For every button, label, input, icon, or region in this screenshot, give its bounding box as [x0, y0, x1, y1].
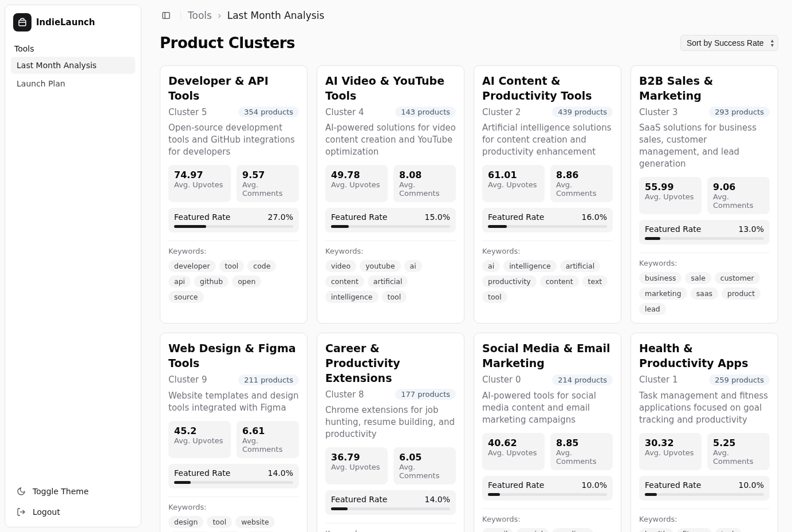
cluster-subheader: Cluster 4143 products	[325, 107, 456, 117]
metrics-row: 40.62Avg. Upvotes8.85Avg. Comments	[482, 433, 613, 470]
cluster-card[interactable]: Career & Productivity ExtensionsCluster …	[317, 333, 464, 532]
cluster-title: Health & Productivity Apps	[639, 341, 770, 371]
metric-label: Avg. Comments	[713, 192, 764, 210]
sidebar-item[interactable]: Last Month Analysis	[11, 57, 135, 74]
cluster-description: AI-powered solutions for video content c…	[325, 122, 456, 158]
keyword-tag[interactable]: source	[168, 291, 204, 303]
keyword-tag[interactable]: business	[639, 272, 681, 284]
cluster-title: Developer & API Tools	[168, 74, 299, 103]
keyword-tag[interactable]: intelligence	[325, 291, 379, 303]
products-badge: 259 products	[709, 375, 770, 385]
metric-value: 9.06	[713, 182, 764, 192]
keyword-tag[interactable]: artificial	[560, 260, 601, 272]
keyword-tag[interactable]: content	[540, 275, 579, 287]
cluster-card[interactable]: AI Content & Productivity ToolsCluster 2…	[474, 65, 621, 324]
metric-value: 8.86	[556, 170, 607, 180]
metric-value: 6.05	[399, 452, 450, 463]
keyword-tag[interactable]: intelligence	[503, 260, 557, 272]
metric-label: Avg. Comments	[399, 180, 450, 198]
keyword-tag[interactable]: code	[247, 260, 276, 272]
svg-rect-1	[163, 13, 170, 19]
cluster-card[interactable]: Developer & API ToolsCluster 5354 produc…	[160, 65, 308, 324]
keyword-tag[interactable]: ai	[482, 260, 500, 272]
progress-track	[488, 225, 607, 228]
keyword-tag[interactable]: health	[639, 528, 673, 532]
metric-avg-upvotes: 55.99Avg. Upvotes	[639, 177, 702, 214]
cluster-subheader: Cluster 2439 products	[482, 107, 613, 117]
keyword-tag[interactable]: productivity	[482, 275, 537, 287]
cluster-card[interactable]: Social Media & Email MarketingCluster 02…	[474, 333, 621, 532]
keyword-tag[interactable]: text	[582, 275, 608, 287]
collapse-sidebar-button[interactable]	[159, 8, 174, 23]
keywords-list: designtoolwebsitetemplatewebfigmadesigne…	[168, 516, 299, 532]
keywords-list: healthfitnesstaskmanagementappproductivi…	[639, 528, 770, 532]
cluster-card[interactable]: Health & Productivity AppsCluster 1259 p…	[631, 333, 778, 532]
keyword-tag[interactable]: email	[482, 528, 513, 532]
keyword-tag[interactable]: youtube	[360, 260, 400, 272]
keyword-tag[interactable]: design	[168, 516, 203, 528]
metric-label: Avg. Upvotes	[488, 180, 539, 189]
keyword-tag[interactable]: video	[325, 260, 356, 272]
keyword-tag[interactable]: open	[232, 275, 261, 287]
metric-avg-comments: 9.06Avg. Comments	[707, 177, 770, 214]
products-badge: 143 products	[395, 107, 456, 117]
keyword-tag[interactable]: ai	[404, 260, 422, 272]
keyword-tag[interactable]: social	[517, 528, 549, 532]
progress-track	[331, 507, 450, 510]
keywords-list: videoyoutubeaicontentartificialintellige…	[325, 260, 456, 303]
keyword-tag[interactable]: content	[325, 275, 364, 287]
keyword-tag[interactable]: product	[722, 287, 761, 300]
cluster-card[interactable]: B2B Sales & MarketingCluster 3293 produc…	[631, 65, 778, 324]
featured-rate-box: Featured Rate15.0%	[325, 208, 456, 232]
progress-fill	[174, 225, 206, 228]
keyword-tag[interactable]: developer	[168, 260, 216, 272]
moon-icon	[17, 487, 26, 496]
keyword-tag[interactable]: customer	[715, 272, 760, 284]
featured-rate-value: 10.0%	[739, 480, 764, 490]
keywords-list: businesssalecustomermarketingsaasproduct…	[639, 272, 770, 315]
metric-avg-upvotes: 45.2Avg. Upvotes	[168, 421, 231, 458]
cluster-id: Cluster 9	[168, 375, 207, 385]
keyword-tag[interactable]: tool	[207, 516, 232, 528]
keywords-label: Keywords:	[639, 259, 770, 267]
cluster-description: Open-source development tools and GitHub…	[168, 122, 299, 158]
keyword-tag[interactable]: tool	[482, 291, 507, 303]
metric-label: Avg. Upvotes	[645, 192, 696, 201]
divider	[639, 509, 770, 509]
metric-label: Avg. Comments	[556, 180, 607, 198]
keyword-tag[interactable]: medium	[552, 528, 593, 532]
keyword-tag[interactable]: marketing	[639, 287, 687, 300]
keywords-label: Keywords:	[325, 247, 456, 255]
logout-button[interactable]: Logout	[11, 503, 135, 521]
keyword-tag[interactable]: saas	[691, 287, 718, 300]
metric-avg-upvotes: 36.79Avg. Upvotes	[325, 447, 388, 484]
sidebar-item[interactable]: Launch Plan	[11, 75, 135, 92]
metric-avg-upvotes: 40.62Avg. Upvotes	[482, 433, 545, 470]
toggle-theme-button[interactable]: Toggle Theme	[11, 482, 135, 501]
brand-logo-icon	[13, 13, 31, 31]
metric-avg-comments: 8.08Avg. Comments	[393, 165, 456, 202]
keywords-list: aiintelligenceartificialproductivitycont…	[482, 260, 613, 303]
keyword-tag[interactable]: tool	[219, 260, 245, 272]
sort-control[interactable]: Sort by Success Rate ▴▾	[680, 35, 778, 51]
metric-value: 36.79	[331, 452, 382, 463]
keyword-tag[interactable]: task	[715, 528, 742, 532]
keyword-tag[interactable]: artificial	[368, 275, 408, 287]
keyword-tag[interactable]: github	[194, 275, 228, 287]
featured-rate-box: Featured Rate14.0%	[325, 490, 456, 515]
metric-avg-comments: 9.57Avg. Comments	[237, 165, 299, 202]
featured-rate-label: Featured Rate	[331, 495, 387, 504]
keyword-tag[interactable]: api	[168, 275, 191, 287]
keyword-tag[interactable]: sale	[685, 272, 711, 284]
sort-select[interactable]: Sort by Success Rate	[680, 35, 778, 51]
breadcrumb-root[interactable]: Tools	[188, 10, 212, 21]
metric-label: Avg. Comments	[713, 448, 764, 466]
keyword-tag[interactable]: fitness	[677, 528, 712, 532]
cluster-card[interactable]: AI Video & YouTube ToolsCluster 4143 pro…	[317, 65, 464, 324]
cluster-card[interactable]: Web Design & Figma ToolsCluster 9211 pro…	[160, 333, 308, 532]
metrics-row: 36.79Avg. Upvotes6.05Avg. Comments	[325, 447, 456, 484]
brand[interactable]: IndieLaunch	[5, 5, 141, 37]
keyword-tag[interactable]: tool	[382, 291, 407, 303]
keyword-tag[interactable]: lead	[639, 303, 666, 315]
keyword-tag[interactable]: website	[235, 516, 274, 528]
